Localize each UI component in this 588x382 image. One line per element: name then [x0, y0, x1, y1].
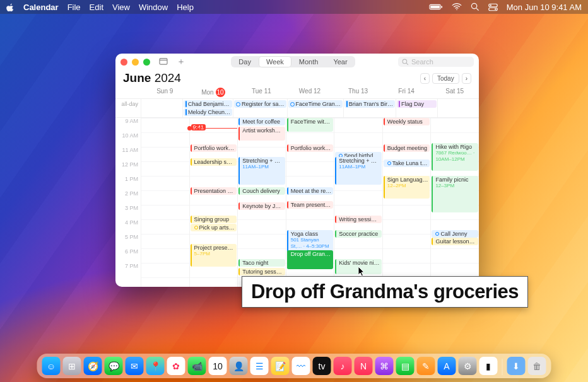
menubar-help[interactable]: Help: [177, 3, 194, 12]
calendar-event[interactable]: Soccer practice: [335, 230, 382, 238]
minimize-button[interactable]: [132, 59, 139, 66]
dock-trash[interactable]: 🗑: [528, 357, 546, 375]
calendar-event[interactable]: Guitar lessons…: [432, 238, 478, 245]
calendar-event[interactable]: Hike with Rigo7867 Redwoo… · 10AM–12PM: [432, 143, 478, 171]
col-wed: FaceTime with…Portfolio work…Meet at the…: [286, 118, 334, 287]
week-grid[interactable]: 9 AM10 AM11 AM12 PM1 PM2 PM3 PM4 PM5 PM6…: [115, 118, 479, 287]
zoom-button[interactable]: [143, 59, 150, 66]
calendar-event[interactable]: Family picnic12–3PM: [432, 176, 478, 212]
today-button[interactable]: Today: [432, 73, 459, 84]
calendar-event[interactable]: Call Jenny: [432, 230, 478, 238]
calendar-event[interactable]: Project presentations5–7PM: [191, 244, 237, 267]
control-center-icon[interactable]: [488, 3, 498, 11]
allday-event[interactable]: Register for sa…: [234, 100, 286, 108]
battery-icon[interactable]: [429, 3, 443, 11]
calendar-event[interactable]: Yoga class501 Stanyan St,… · 4–5:30PM: [287, 230, 334, 253]
calendar-event[interactable]: Portfolio work…: [191, 144, 237, 152]
calendar-event[interactable]: Budget meeting: [384, 144, 430, 152]
dock-notes[interactable]: 📝: [271, 357, 290, 375]
calendar-event[interactable]: Weekly status: [384, 118, 430, 125]
calendar-event[interactable]: Portfolio work…: [287, 144, 334, 152]
month-year-label: June 2024: [123, 71, 181, 85]
dock-safari[interactable]: 🧭: [84, 357, 102, 375]
calendar-event[interactable]: Keynote by Ja…: [238, 202, 285, 210]
menubar-clock[interactable]: Mon Jun 10 9:41 AM: [507, 3, 582, 12]
allday-label: all-day: [115, 99, 141, 117]
allday-event[interactable]: Melody Cheun…: [184, 108, 232, 116]
dock-news[interactable]: N: [355, 357, 373, 375]
menubar-app-name[interactable]: Calendar: [23, 3, 59, 12]
calendar-event[interactable]: Meet at the res…: [287, 187, 334, 195]
col-sun: [141, 118, 189, 287]
view-week[interactable]: Week: [259, 56, 291, 67]
view-day[interactable]: Day: [231, 56, 259, 67]
dock-tv[interactable]: tv: [313, 357, 331, 375]
calendar-event[interactable]: Take Luna to th…: [384, 159, 430, 167]
wifi-icon[interactable]: [452, 3, 462, 11]
calendar-event[interactable]: Pick up arts &…: [191, 224, 237, 231]
dock-messages[interactable]: 💬: [105, 357, 123, 375]
dock-finder[interactable]: ☺: [42, 357, 61, 375]
search-input[interactable]: Search: [398, 57, 474, 67]
day-sun: Sun 9: [141, 88, 189, 97]
dock-maps[interactable]: 📍: [146, 357, 165, 375]
dock: ☺⊞🧭💬✉📍✿📹10👤☰📝〰tv♪N⌘▤✎A⚙▮ ⬇🗑: [37, 354, 551, 378]
dock-contacts[interactable]: 👤: [230, 357, 248, 375]
calendar-event[interactable]: Leadership skil…: [191, 158, 237, 166]
dock-music[interactable]: ♪: [334, 357, 352, 375]
allday-tue: Register for sa…: [233, 99, 287, 117]
menubar-view[interactable]: View: [112, 3, 130, 12]
calendar-event[interactable]: Presentation p…: [191, 187, 237, 195]
calendar-event[interactable]: Couch delivery: [238, 187, 285, 195]
apple-icon[interactable]: [6, 3, 15, 11]
menubar-window[interactable]: Window: [139, 3, 168, 12]
allday-event[interactable]: Flag Day: [397, 100, 437, 108]
add-event-button[interactable]: ＋: [174, 55, 188, 69]
dock-podcasts[interactable]: ⌘: [375, 357, 394, 375]
allday-event[interactable]: Chad Benjami…: [184, 100, 232, 108]
day-fri: Fri 14: [382, 88, 431, 97]
calendar-event[interactable]: Drop off Grandma's groceries: [287, 250, 334, 269]
calendar-event[interactable]: Singing group: [191, 216, 237, 223]
allday-event[interactable]: Brian Tran's Bir…: [344, 100, 395, 108]
prev-week-button[interactable]: ‹: [420, 73, 430, 84]
cursor-icon: [358, 267, 366, 277]
dock-numbers[interactable]: ▤: [396, 357, 415, 375]
dock-iphone[interactable]: ▮: [479, 357, 498, 375]
dock-appstore[interactable]: A: [438, 357, 456, 375]
calendar-window: ＋ Day Week Month Year Search June 2024 ‹…: [115, 54, 479, 287]
calendar-event[interactable]: FaceTime with…: [287, 118, 334, 132]
calendar-event[interactable]: Taco night: [238, 259, 285, 267]
day-thu: Thu 13: [334, 88, 382, 97]
view-year[interactable]: Year: [326, 56, 355, 67]
dock-mail[interactable]: ✉: [126, 357, 144, 375]
dock-reminders[interactable]: ☰: [250, 357, 269, 375]
dock-pages[interactable]: ✎: [417, 357, 435, 375]
dock-downloads[interactable]: ⬇: [507, 357, 526, 375]
svg-rect-1: [441, 6, 442, 8]
dock-facetime[interactable]: 📹: [188, 357, 206, 375]
dock-launchpad[interactable]: ⊞: [63, 357, 81, 375]
dock-photos[interactable]: ✿: [167, 357, 185, 375]
menubar-file[interactable]: File: [68, 3, 81, 12]
dock-settings[interactable]: ⚙: [459, 357, 477, 375]
dock-calendar[interactable]: 10: [209, 357, 227, 375]
now-indicator: [190, 128, 238, 129]
calendar-event[interactable]: Artist worksho…: [238, 127, 285, 141]
allday-event[interactable]: FaceTime Gran…: [288, 100, 343, 108]
calendar-event[interactable]: Writing sessio…: [335, 216, 382, 223]
next-week-button[interactable]: ›: [462, 73, 471, 84]
calendar-event[interactable]: Stretching + weights11AM–1PM: [238, 157, 285, 185]
spotlight-icon[interactable]: [471, 3, 479, 11]
calendar-event[interactable]: Team presenta…: [287, 201, 334, 209]
calendar-event[interactable]: Stretching + weights11AM–1PM: [335, 157, 382, 185]
calendar-event[interactable]: Sign Language Club12–2PM: [384, 176, 430, 199]
calendars-icon[interactable]: [156, 56, 170, 67]
close-button[interactable]: [121, 59, 127, 66]
menubar-edit[interactable]: Edit: [90, 3, 103, 12]
view-month[interactable]: Month: [291, 56, 326, 67]
calendar-event[interactable]: Tutoring session: [238, 268, 285, 275]
svg-point-8: [495, 8, 496, 9]
dock-freeform[interactable]: 〰: [292, 357, 310, 375]
calendar-event[interactable]: Meet for coffee: [238, 118, 285, 125]
